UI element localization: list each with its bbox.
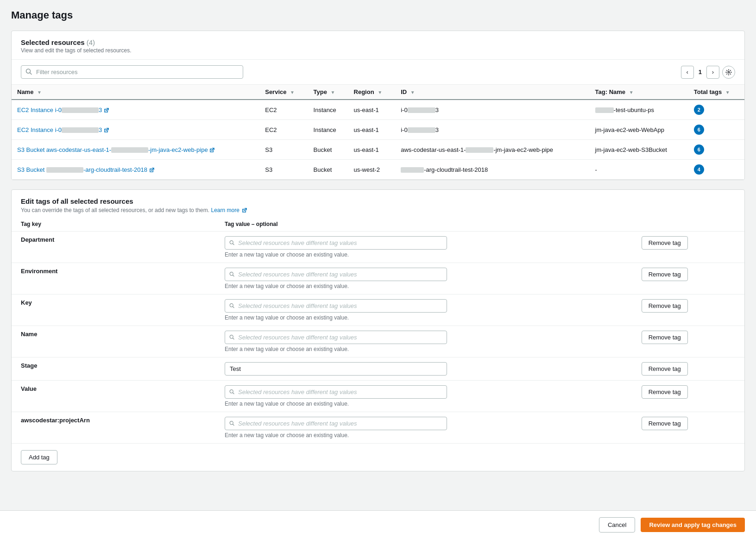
remove-tag-button[interactable]: Remove tag: [642, 299, 688, 313]
edit-section-subtitle: You can override the tags of all selecte…: [21, 207, 735, 213]
col-tag-name[interactable]: Tag: Name ▼: [590, 85, 688, 100]
tag-value-input[interactable]: [225, 331, 447, 344]
tag-value-input[interactable]: [225, 417, 447, 430]
tag-key-cell: Department: [12, 232, 215, 263]
resource-name-cell: S3 Bucket -arg-cloudtrail-test-2018: [12, 160, 259, 180]
current-page: 1: [697, 69, 704, 75]
resource-service-cell: S3: [259, 140, 308, 160]
remove-tag-button[interactable]: Remove tag: [642, 385, 688, 399]
edit-section-header: Edit tags of all selected resources You …: [12, 190, 744, 217]
tag-value-cell: Enter a new tag value or choose an exist…: [215, 326, 632, 357]
resource-service-cell: EC2: [259, 100, 308, 120]
tag-row: NameEnter a new tag value or choose an e…: [12, 326, 744, 357]
col-total-tags[interactable]: Total tags ▼: [688, 85, 744, 100]
resource-region-cell: us-east-1: [348, 100, 396, 120]
remove-tag-button[interactable]: Remove tag: [642, 331, 688, 344]
tag-value-hint: Enter a new tag value or choose an exist…: [225, 432, 623, 439]
tag-value-input[interactable]: [225, 236, 447, 250]
resource-total-tags-cell: 4: [688, 160, 744, 180]
tag-value-hint: Enter a new tag value or choose an exist…: [225, 346, 623, 352]
resource-id-cell: -arg-cloudtrail-test-2018: [395, 160, 589, 180]
resource-type-cell: Bucket: [308, 160, 348, 180]
resource-region-cell: us-east-1: [348, 120, 396, 140]
tag-value-input[interactable]: [225, 385, 447, 399]
tag-search-icon: [229, 240, 234, 246]
next-page-button[interactable]: ›: [706, 66, 719, 79]
resource-id-cell: i-03: [395, 120, 589, 140]
col-type[interactable]: Type ▼: [308, 85, 348, 100]
resource-type-cell: Instance: [308, 120, 348, 140]
resource-name-cell: S3 Bucket aws-codestar-us-east-1--jm-jav…: [12, 140, 259, 160]
tag-value-input[interactable]: [225, 362, 447, 376]
prev-page-button[interactable]: ‹: [681, 66, 694, 79]
remove-tag-button[interactable]: Remove tag: [642, 417, 688, 430]
total-tags-badge: 6: [694, 125, 704, 135]
resource-total-tags-cell: 2: [688, 100, 744, 120]
resource-tag-name-cell: jm-java-ec2-web-WebApp: [590, 120, 688, 140]
resource-tag-name-cell: -: [590, 160, 688, 180]
tag-row: awscodestar:projectArnEnter a new tag va…: [12, 412, 744, 444]
resource-tag-name-cell: jm-java-ec2-web-S3Bucket: [590, 140, 688, 160]
tag-key-cell: Stage: [12, 357, 215, 381]
resource-total-tags-cell: 6: [688, 120, 744, 140]
add-tag-button[interactable]: Add tag: [21, 450, 57, 464]
remove-tag-cell: Remove tag: [632, 357, 744, 381]
remove-tag-button[interactable]: Remove tag: [642, 236, 688, 250]
selected-resources-card: Selected resources (4) View and edit the…: [11, 31, 745, 180]
resource-name-link[interactable]: EC2 Instance i-03: [17, 107, 109, 113]
edit-section-title: Edit tags of all selected resources: [21, 197, 735, 205]
remove-tag-button[interactable]: Remove tag: [642, 362, 688, 376]
remove-tag-cell: Remove tag: [632, 412, 744, 444]
tag-value-cell: Enter a new tag value or choose an exist…: [215, 412, 632, 444]
tag-value-input[interactable]: [225, 268, 447, 281]
pagination-controls: ‹ 1 ›: [681, 66, 735, 79]
tag-input-wrap: [225, 417, 623, 430]
resource-name-cell: EC2 Instance i-03: [12, 120, 259, 140]
review-apply-button[interactable]: Review and apply tag changes: [641, 518, 745, 532]
tag-row: ValueEnter a new tag value or choose an …: [12, 381, 744, 412]
filter-row: ‹ 1 ›: [12, 60, 744, 85]
remove-tag-cell: Remove tag: [632, 232, 744, 263]
svg-line-4: [233, 243, 234, 244]
resource-type-cell: Instance: [308, 100, 348, 120]
tag-key-cell: Value: [12, 381, 215, 412]
remove-tag-cell: Remove tag: [632, 295, 744, 326]
col-id[interactable]: ID ▼: [395, 85, 589, 100]
table-header-row: Name ▼ Service ▼ Type ▼ Region ▼ ID ▼ Ta…: [12, 85, 744, 100]
resource-id-cell: aws-codestar-us-east-1--jm-java-ec2-web-…: [395, 140, 589, 160]
filter-input[interactable]: [21, 65, 243, 79]
resource-name-link[interactable]: S3 Bucket aws-codestar-us-east-1--jm-jav…: [17, 146, 214, 153]
cancel-button[interactable]: Cancel: [599, 517, 635, 533]
svg-line-10: [233, 338, 234, 339]
tag-value-cell: [215, 357, 632, 381]
col-name[interactable]: Name ▼: [12, 85, 259, 100]
learn-more-link[interactable]: Learn more: [211, 207, 247, 213]
resources-table: Name ▼ Service ▼ Type ▼ Region ▼ ID ▼ Ta…: [12, 85, 744, 180]
resource-name-link[interactable]: EC2 Instance i-03: [17, 126, 109, 133]
search-icon: [25, 68, 32, 76]
tag-value-col-header: Tag value – optional: [215, 217, 632, 232]
tag-key-cell: Name: [12, 326, 215, 357]
table-row: S3 Bucket -arg-cloudtrail-test-2018 S3Bu…: [12, 160, 744, 180]
main-content: Manage tags Selected resources (4) View …: [0, 0, 756, 510]
tag-value-hint: Enter a new tag value or choose an exist…: [225, 251, 623, 258]
table-settings-button[interactable]: [722, 66, 735, 79]
tag-value-hint: Enter a new tag value or choose an exist…: [225, 314, 623, 321]
col-service[interactable]: Service ▼: [259, 85, 308, 100]
tag-value-input[interactable]: [225, 299, 447, 313]
remove-tag-button[interactable]: Remove tag: [642, 268, 688, 281]
tag-value-hint: Enter a new tag value or choose an exist…: [225, 283, 623, 289]
tag-search-icon: [229, 389, 234, 395]
tag-search-icon: [229, 420, 234, 426]
tag-row: EnvironmentEnter a new tag value or choo…: [12, 263, 744, 295]
page-title: Manage tags: [11, 9, 745, 21]
resources-section-subtitle: View and edit the tags of selected resou…: [21, 47, 735, 54]
resource-name-link[interactable]: S3 Bucket -arg-cloudtrail-test-2018: [17, 166, 154, 173]
col-region[interactable]: Region ▼: [348, 85, 396, 100]
tag-input-wrap: [225, 362, 623, 376]
tag-search-icon: [229, 334, 234, 340]
resource-type-cell: Bucket: [308, 140, 348, 160]
total-tags-badge: 2: [694, 105, 704, 115]
table-row: EC2 Instance i-03 EC2Instanceus-east-1i-…: [12, 100, 744, 120]
resource-region-cell: us-west-2: [348, 160, 396, 180]
